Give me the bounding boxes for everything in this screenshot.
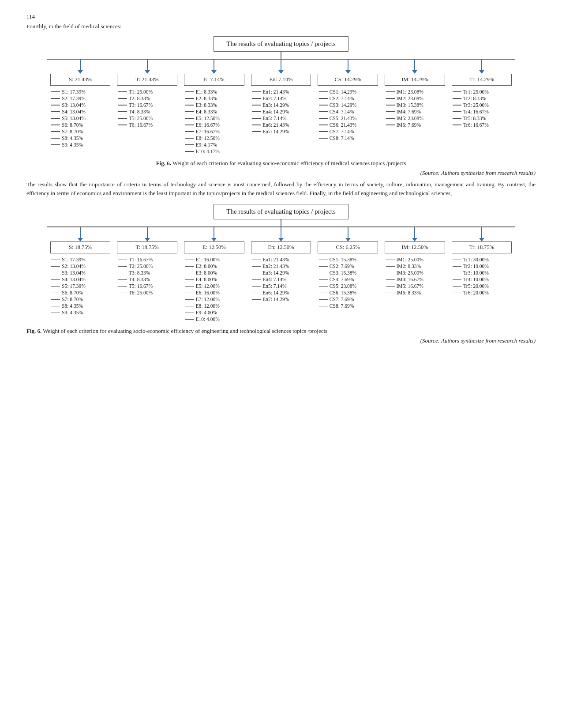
list-item: CS7: 7.69%: [319, 297, 382, 302]
list-item-text: Tr3: 10.00%: [463, 270, 489, 275]
list-item-line: [386, 98, 395, 99]
list-item-line: [185, 111, 194, 112]
list-item: Tr3: 10.00%: [453, 270, 515, 275]
page-number: 114: [26, 13, 536, 20]
list-item: IM5: 16.67%: [386, 283, 449, 289]
list-item: S6: 8.70%: [51, 290, 114, 295]
list-item-line: [118, 118, 127, 119]
list-item: En4: 7.14%: [252, 277, 315, 282]
list-item-text: En1: 21.43%: [262, 89, 289, 94]
list-item: IM1: 25.00%: [386, 257, 449, 262]
list-item-text: CS1: 14.29%: [330, 89, 356, 94]
list-item-line: [51, 144, 60, 145]
list-item-line: [319, 306, 328, 307]
list-item: CS1: 15.38%: [319, 257, 382, 262]
col-3: En: 12.50%En1: 21.43%En2: 21.43%En3: 14.…: [247, 227, 315, 323]
list-item-line: [386, 118, 395, 119]
list-item: En1: 21.43%: [252, 257, 315, 262]
list-item-line: [319, 98, 328, 99]
list-item: T2: 25.00%: [118, 264, 181, 269]
list-item: IM3: 25.00%: [386, 270, 449, 275]
list-item: T6: 25.00%: [118, 290, 181, 295]
list-item: T6: 16.67%: [118, 122, 181, 128]
list-item-line: [51, 91, 60, 92]
list-item-line: [386, 105, 395, 106]
list-item-line: [51, 124, 60, 125]
list-item: E10: 4.17%: [185, 149, 248, 154]
list-item-line: [252, 260, 261, 260]
list-item: E5: 12.50%: [185, 116, 248, 121]
list-item: S2: 17.39%: [51, 96, 114, 101]
list-item-line: [185, 293, 194, 294]
list-item-text: Tr6: 20.00%: [463, 290, 489, 295]
list-item-text: Tr1: 25.00%: [463, 89, 489, 94]
list-item-text: CS7: 7.69%: [330, 297, 354, 302]
list-item-text: E2: 8.00%: [196, 264, 217, 269]
list-item-text: CS1: 15.38%: [330, 257, 356, 262]
list-item-line: [252, 124, 261, 125]
col-subitems-5: IM1: 23.08%IM2: 23.08%IM3: 15.38%IM4: 7.…: [382, 89, 449, 129]
list-item-line: [185, 98, 194, 99]
list-item-text: E3: 8.00%: [196, 270, 217, 275]
col-0: S: 21.43%S1: 17.39%S2: 17.39%S3: 13.04%S…: [47, 60, 114, 155]
list-item: E5: 12.00%: [185, 283, 248, 289]
list-item: T3: 8.33%: [118, 270, 181, 275]
col-header-6: Tr: 14.29%: [452, 74, 512, 86]
list-item: Tr5: 8.33%: [453, 116, 515, 121]
list-item-text: E6: 16.67%: [196, 122, 220, 128]
list-item-line: [386, 91, 395, 92]
list-item-line: [453, 266, 461, 267]
list-item: T5: 16.67%: [118, 283, 181, 289]
list-item-line: [185, 313, 194, 313]
list-item-text: E10: 4.17%: [196, 149, 220, 154]
list-item-line: [51, 260, 60, 260]
list-item-line: [118, 124, 127, 125]
list-item: E3: 8.00%: [185, 270, 248, 275]
list-item-line: [185, 306, 194, 307]
list-item: IM4: 16.67%: [386, 277, 449, 282]
list-item-text: S2: 17.39%: [62, 96, 86, 101]
list-item-line: [319, 293, 328, 294]
list-item: Tr6: 16.67%: [453, 122, 515, 128]
list-item-text: Tr2: 8.33%: [463, 96, 486, 101]
list-item-text: T1: 16.67%: [129, 257, 153, 262]
list-item: IM1: 23.08%: [386, 89, 449, 94]
list-item: CS3: 15.38%: [319, 270, 382, 275]
list-item: E1: 8.33%: [185, 89, 248, 94]
list-item-line: [51, 279, 60, 280]
col-header-0: S: 18.75%: [50, 241, 111, 253]
col-header-3: En: 12.50%: [251, 241, 311, 253]
fig2-caption-text: Weight of each criterion for evaluating …: [43, 328, 327, 334]
list-item-text: T5: 16.67%: [129, 283, 153, 289]
list-item-line: [51, 266, 60, 267]
list-item-text: CS5: 21.43%: [330, 116, 356, 121]
list-item-text: E8: 12.00%: [196, 303, 220, 309]
list-item: T4: 8.33%: [118, 277, 181, 282]
list-item-line: [185, 118, 194, 119]
list-item: S2: 13.04%: [51, 264, 114, 269]
list-item-line: [51, 111, 60, 112]
list-item: T3: 16.67%: [118, 102, 181, 108]
list-item-line: [319, 131, 328, 132]
list-item: CS8: 7.14%: [319, 136, 382, 141]
list-item-line: [185, 260, 194, 260]
list-item-line: [453, 91, 461, 92]
list-item-text: CS7: 7.14%: [330, 129, 354, 134]
list-item-text: E9: 4.00%: [196, 310, 217, 315]
list-item-text: Tr5: 8.33%: [463, 116, 486, 121]
list-item-text: En5: 7.14%: [262, 116, 286, 121]
list-item-text: S5: 17.39%: [62, 283, 86, 289]
list-item: S5: 17.39%: [51, 283, 114, 289]
list-item-line: [319, 299, 328, 300]
list-item-line: [252, 105, 261, 106]
col-subitems-0: S1: 17.39%S2: 13.04%S3: 13.04%S4: 13.04%…: [47, 257, 114, 317]
list-item-text: S1: 17.39%: [62, 257, 86, 262]
list-item-line: [118, 260, 127, 260]
list-item-text: S9: 4.35%: [62, 142, 83, 147]
list-item-text: IM6: 8.33%: [397, 290, 421, 295]
list-item-text: S4: 13.04%: [62, 277, 86, 282]
list-item: S8: 4.35%: [51, 303, 114, 309]
list-item: IM3: 15.38%: [386, 102, 449, 108]
list-item-text: Tr5: 20.00%: [463, 283, 489, 289]
list-item-text: S7: 8.70%: [62, 129, 83, 134]
